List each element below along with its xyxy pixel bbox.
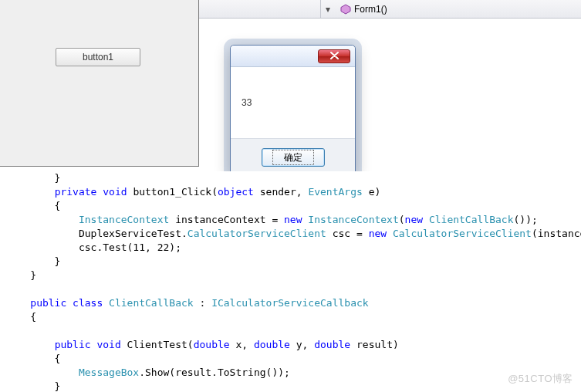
code-text: } private void button1_Click(object send…	[0, 171, 581, 392]
member-scope-dropdown[interactable]: Form1()	[334, 0, 581, 18]
chevron-down-icon: ▾	[326, 4, 330, 15]
ok-button-label: 确定	[272, 150, 314, 165]
code-editor[interactable]: } private void button1_Click(object send…	[0, 171, 581, 392]
method-icon	[340, 4, 351, 15]
nav-split-dropdown[interactable]: ▾	[320, 0, 334, 18]
close-button[interactable]	[318, 49, 350, 63]
message-box-body: 33	[231, 67, 355, 138]
message-box-button-row: 确定	[231, 138, 355, 175]
message-box-dialog: 33 确定	[230, 45, 356, 174]
button1-label: button1	[83, 52, 113, 63]
scope-label: Form1()	[354, 4, 387, 15]
button1-control[interactable]: button1	[56, 48, 140, 66]
form-designer-surface[interactable]: button1	[0, 0, 199, 167]
watermark-text: @51CTO博客	[508, 372, 573, 386]
svg-marker-0	[341, 5, 350, 14]
message-box-text: 33	[242, 97, 252, 108]
ok-button[interactable]: 确定	[262, 148, 325, 167]
close-icon	[330, 51, 339, 62]
message-box-titlebar[interactable]	[231, 46, 355, 67]
